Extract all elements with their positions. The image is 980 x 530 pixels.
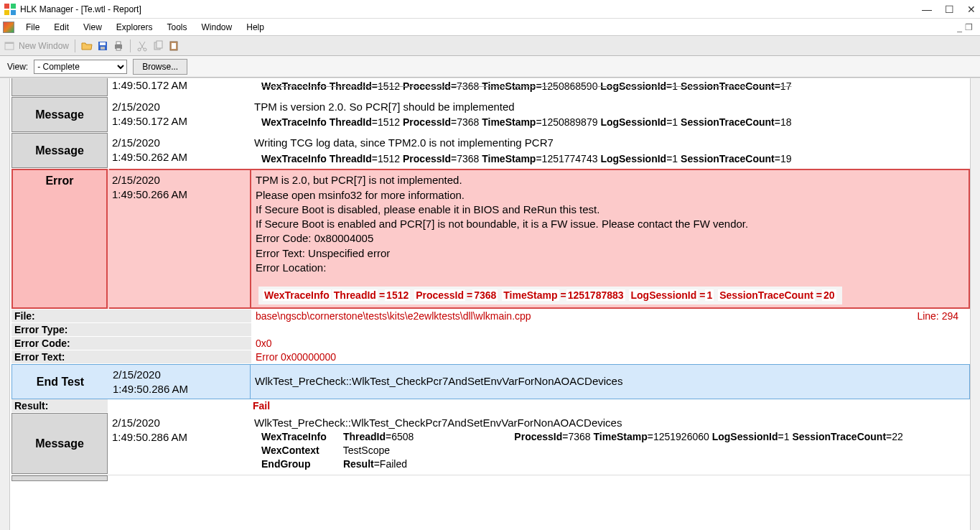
copy-icon[interactable] (152, 40, 164, 52)
row-timestamp: 2/15/2020 1:49:50.286 AM (109, 413, 250, 474)
log-row-cutoff-bottom (11, 475, 970, 482)
view-label: View: (7, 62, 28, 72)
svg-rect-15 (157, 41, 162, 48)
error-trace: WexTraceInfoThreadId=1512 ProcessId=7368… (258, 287, 842, 304)
scrollbar-vertical[interactable] (970, 78, 980, 530)
svg-rect-17 (172, 43, 176, 49)
menu-bar: File Edit View Explorers Tools Window He… (0, 19, 980, 36)
detail-error-code: Error Code: 0x0 (11, 337, 970, 350)
detail-error-type: Error Type: (11, 323, 970, 337)
view-bar: View: - Complete Browse... (0, 56, 980, 78)
menu-file[interactable]: File (19, 21, 47, 34)
row-body: TPM is 2.0, but PCR[7] is not implemente… (250, 169, 970, 309)
close-button[interactable]: ✕ (967, 4, 976, 15)
row-body: WlkTest_PreCheck::WlkTest_CheckPcr7AndSe… (250, 413, 970, 474)
title-bar: HLK Manager - [Te.wtl - Report] — ☐ ✕ (0, 0, 980, 19)
window-title: HLK Manager - [Te.wtl - Report] (20, 4, 922, 14)
svg-rect-7 (100, 42, 106, 45)
svg-rect-11 (116, 48, 121, 50)
row-body: WlkTest_PreCheck::WlkTest_CheckPcr7AndSe… (251, 365, 969, 399)
log-row-message: Message 2/15/2020 1:49:50.262 AM Writing… (11, 133, 970, 169)
row-label: Error (11, 169, 108, 309)
menu-tools[interactable]: Tools (160, 21, 195, 34)
new-window-icon (4, 40, 16, 52)
row-timestamp: 2/15/2020 1:49:50.266 AM (109, 169, 250, 309)
menu-window[interactable]: Window (195, 21, 240, 34)
row-timestamp: 2/15/2020 1:49:50.286 AM (110, 365, 251, 399)
row-label: End Test (12, 365, 108, 399)
paste-icon[interactable] (168, 40, 179, 52)
svg-rect-8 (101, 47, 105, 50)
log-row-message: Message 2/15/2020 1:49:50.286 AM WlkTest… (11, 413, 970, 475)
svg-rect-0 (4, 4, 9, 9)
detail-error-text: Error Text: Error 0x00000000 (11, 350, 970, 364)
row-label (11, 78, 108, 96)
save-icon[interactable] (97, 40, 108, 52)
row-label: Message (11, 97, 108, 132)
menu-help[interactable]: Help (239, 21, 271, 34)
row-timestamp: 1:49:50.172 AM (109, 78, 250, 96)
menu-edit[interactable]: Edit (47, 21, 76, 34)
detail-result: Result: Fail (11, 399, 970, 413)
row-body: Writing TCG log data, since TPM2.0 is no… (250, 133, 970, 168)
toolbar: New Window (0, 36, 980, 56)
svg-rect-5 (5, 42, 14, 44)
report-content: 1:49:50.172 AM WexTraceInfo ThreadId=151… (0, 78, 980, 530)
app-icon (4, 4, 16, 15)
log-row-message: Message 2/15/2020 1:49:50.172 AM TPM is … (11, 97, 970, 133)
log-view: 1:49:50.172 AM WexTraceInfo ThreadId=151… (11, 78, 970, 530)
maximize-button[interactable]: ☐ (945, 4, 954, 15)
row-label: Message (11, 133, 108, 168)
print-icon[interactable] (113, 40, 124, 52)
menu-explorers[interactable]: Explorers (109, 21, 160, 34)
svg-rect-3 (11, 10, 16, 15)
row-timestamp: 2/15/2020 1:49:50.172 AM (109, 97, 250, 132)
svg-point-12 (138, 48, 141, 51)
cut-icon[interactable] (136, 40, 148, 52)
log-row-cutoff: 1:49:50.172 AM WexTraceInfo ThreadId=151… (11, 78, 970, 97)
svg-rect-1 (11, 4, 16, 9)
view-select[interactable]: - Complete (34, 60, 127, 74)
new-window-button[interactable]: New Window (4, 40, 69, 52)
svg-rect-10 (116, 42, 121, 45)
detail-file: File: base\ngscb\cornerstone\tests\kits\… (11, 310, 970, 323)
browse-button[interactable]: Browse... (133, 59, 187, 75)
row-body: TPM is version 2.0. So PCR[7] should be … (250, 97, 970, 132)
window-controls: — ☐ ✕ (922, 4, 976, 15)
open-folder-icon[interactable] (81, 40, 93, 52)
mdi-restore-icon[interactable]: ❐ (965, 22, 973, 32)
row-label: Message (11, 413, 108, 474)
minimize-button[interactable]: — (922, 4, 932, 15)
scrollbar-left[interactable] (0, 78, 10, 530)
row-timestamp: 2/15/2020 1:49:50.262 AM (109, 133, 250, 168)
log-row-error: Error 2/15/2020 1:49:50.266 AM TPM is 2.… (11, 169, 970, 310)
mdi-minimize-icon[interactable]: _ (957, 22, 962, 32)
svg-point-13 (144, 48, 146, 51)
menu-view[interactable]: View (76, 21, 109, 34)
app-menu-icon (3, 22, 14, 33)
row-body: WexTraceInfo ThreadId=1512 ProcessId=736… (250, 78, 970, 96)
svg-rect-2 (4, 10, 9, 15)
log-row-end-test: End Test 2/15/2020 1:49:50.286 AM WlkTes… (11, 364, 970, 399)
